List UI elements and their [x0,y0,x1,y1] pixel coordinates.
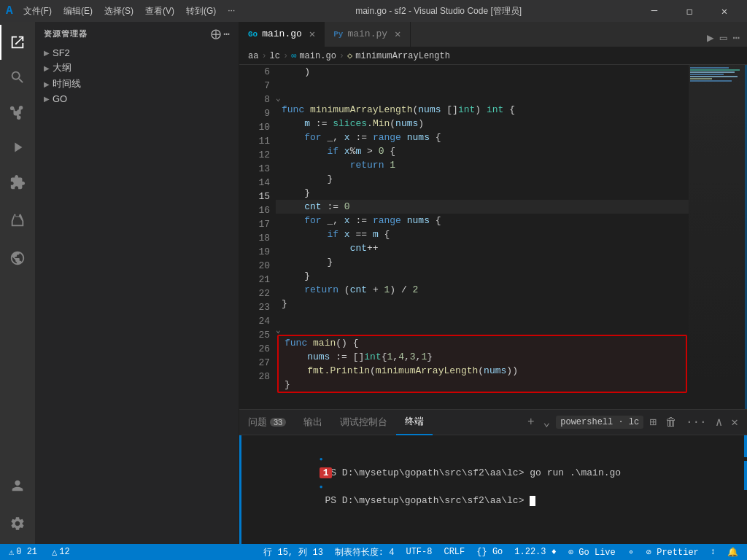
minimize-button[interactable]: ─ [638,0,671,22]
breadcrumb-func[interactable]: minimumArrayLength [355,51,450,61]
sidebar-item-outline[interactable]: ▶ 大纲 [35,60,239,76]
error-icon: ⚠ [9,547,14,558]
account-activity-icon[interactable] [0,468,35,503]
line-num-9: 9 [239,106,270,120]
panel-tab-debug[interactable]: 调试控制台 [331,410,396,435]
extensions-activity-icon[interactable] [0,165,35,200]
line-num-19: 19 [239,245,270,259]
fold-arrow-8[interactable]: ⌄ [276,93,281,103]
sidebar-more-icon[interactable]: ⋯ [224,28,230,40]
new-file-icon[interactable]: ⨁ [211,28,221,40]
line-num-14: 14 [239,176,270,190]
menu-file[interactable]: 文件(F) [19,4,56,19]
code-area[interactable]: ) ⌄ func minimumArrayLength(nums []int) … [276,65,689,409]
panel-tab-actions: + ⌄ powershell · lc ⊞ 🗑 ··· ∧ ✕ [519,413,747,431]
panel-tab-bar: 问题 33 输出 调试控制台 终端 + ⌄ powershell · lc ⊞ [239,410,747,435]
panel-tab-problems[interactable]: 问题 33 [239,410,295,435]
terminal-accent-bar [239,435,241,544]
breadcrumb-maingo[interactable]: main.go [299,51,336,61]
status-language[interactable]: {} Go [473,547,506,557]
menu-edit[interactable]: 编辑(E) [59,4,97,19]
terminal-prompt-2: PS D:\mysetup\gopath\src\sf2\aa\lc> [320,495,530,506]
status-bell[interactable]: 🔔 [724,547,741,558]
terminal-content[interactable]: ● PS D:\mysetup\gopath\src\sf2\aa\lc> go… [239,435,747,544]
code-line-27: } [279,378,686,392]
panel-tab-terminal[interactable]: 终端 [396,410,433,435]
line-num-24: 24 [239,314,270,328]
status-prettier-icon[interactable]: ⚬ [624,547,638,558]
go-arrow-icon: ▶ [44,95,50,103]
more-tabs-icon[interactable]: ⋯ [731,29,741,47]
status-go-live[interactable]: ⊙ Go Live [565,547,619,558]
tab-main-py[interactable]: Py main.py ✕ [325,22,410,47]
main-layout: 资源管理器 ⨁ ⋯ ▶ SF2 ▶ 大纲 ▶ 时间线 ▶ GO Go [0,22,747,544]
tab-main-py-close[interactable]: ✕ [395,28,400,40]
code-line-19: } [276,255,689,269]
tab-main-go-close[interactable]: ✕ [309,28,315,40]
sidebar-title: 资源管理器 [44,28,88,39]
line-num-22: 22 [239,287,270,300]
menu-goto[interactable]: 转到(G) [182,4,220,19]
go-file-icon: Go [248,30,258,39]
maximize-button[interactable]: ◻ [673,0,706,22]
split-editor-icon[interactable]: ▭ [719,29,729,47]
menu-view[interactable]: 查看(V) [141,4,179,19]
sidebar-item-go[interactable]: ▶ GO [35,92,239,106]
fold-arrow-24[interactable]: ⌄ [276,325,281,335]
code-line-13: } [276,172,689,186]
status-warnings[interactable]: △ 12 [49,547,73,558]
terminal-kill-icon[interactable]: 🗑 [662,414,680,431]
fold-indicator-8[interactable]: ⌄ [276,93,689,103]
fold-indicator-24[interactable]: ⌄ [276,324,689,335]
source-control-activity-icon[interactable] [0,95,35,130]
panel-tab-output[interactable]: 输出 [295,410,331,435]
status-prettier[interactable]: ⊘ Prettier [643,547,702,558]
panel-close-icon[interactable]: ✕ [728,413,741,431]
status-sync[interactable]: ↕ [708,547,719,557]
breadcrumb-aa[interactable]: aa [248,51,258,61]
run-debug-activity-icon[interactable] [0,130,35,165]
panel-expand-icon[interactable]: ∧ [713,413,726,431]
search-activity-icon[interactable] [0,60,35,95]
status-go-version[interactable]: 1.22.3 ♦ [511,547,560,557]
add-terminal-icon[interactable]: + [525,414,538,430]
code-line-12: return 1 [276,158,689,172]
line-num-20: 20 [239,259,270,273]
status-cursor-pos[interactable]: 行 15, 列 13 [260,546,326,559]
sidebar-item-timeline[interactable]: ▶ 时间线 [35,76,239,92]
terminal-name[interactable]: powershell · lc [556,416,643,429]
settings-activity-icon[interactable] [0,506,35,541]
tab-main-go[interactable]: Go main.go ✕ [239,22,325,47]
minimap-line [690,74,724,75]
run-file-icon[interactable]: ▶ [705,29,716,47]
status-encoding[interactable]: UTF-8 [403,547,435,557]
explorer-activity-icon[interactable] [0,25,35,60]
line-num-18: 18 [239,231,270,245]
close-button[interactable]: ✕ [708,0,741,22]
panel-more-icon[interactable]: ··· [683,414,710,430]
line-num-26: 26 [239,342,270,356]
terminal-more-icon[interactable]: ⊞ [646,413,659,431]
code-line-24: func main() { [279,336,686,350]
warning-icon: △ [52,547,57,558]
code-line-20: } [276,269,689,283]
menu-more[interactable]: ··· [223,4,239,19]
code-line-9: m := slices.Min(nums) [276,117,689,131]
status-errors[interactable]: ⚠ 0 21 [6,547,40,558]
minimap-lines [689,65,747,84]
breadcrumb-lc[interactable]: lc [270,51,280,61]
tab-main-py-label: main.py [347,28,387,39]
code-line-8: func minimumArrayLength(nums []int) int … [276,103,689,117]
line-num-25: 25 [239,328,270,342]
status-tab-size[interactable]: 制表符长度: 4 [332,546,398,559]
error-count: 0 21 [16,547,37,557]
code-line-18: cnt++ [276,241,689,255]
status-line-ending[interactable]: CRLF [441,547,468,557]
terminal-split-icon[interactable]: ⌄ [541,413,554,431]
menu-select[interactable]: 选择(S) [100,4,138,19]
test-activity-icon[interactable] [0,203,35,238]
breadcrumb-sep-3: › [339,51,344,61]
sidebar-item-sf2[interactable]: ▶ SF2 [35,46,239,60]
remote-activity-icon[interactable] [0,241,35,276]
line-num-6: 6 [239,65,270,79]
